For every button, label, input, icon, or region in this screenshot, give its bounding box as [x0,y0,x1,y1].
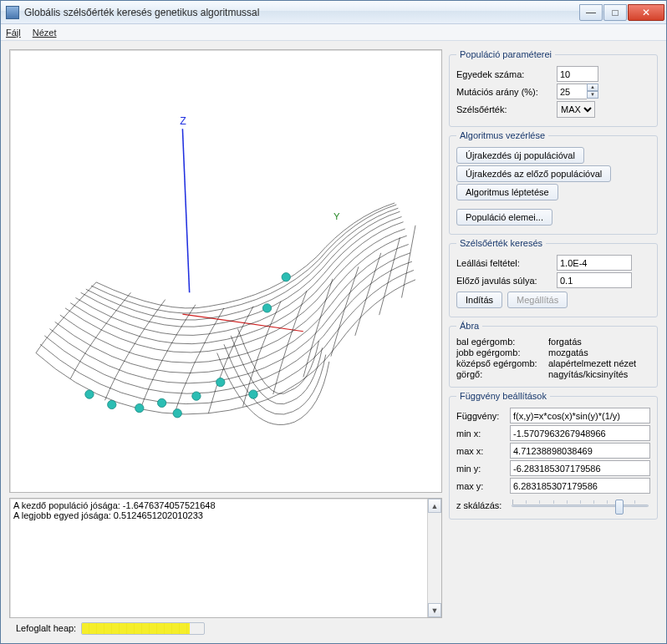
figure-legend: Ábra [456,321,482,331]
slider-thumb[interactable] [615,499,624,515]
hint-wheel-label: görgő: [456,369,548,379]
svg-line-0 [182,129,189,292]
count-input[interactable] [557,66,598,82]
maxx-label: max x: [456,446,505,456]
extreme-select[interactable]: MAX [557,101,595,118]
svg-point-9 [192,392,201,400]
count-label: Egyedek száma: [456,69,552,79]
maxy-input[interactable] [510,478,650,494]
svg-point-7 [157,398,165,407]
stop-input[interactable] [557,255,632,271]
spin-up-icon[interactable]: ▲ [587,84,598,91]
elements-button[interactable]: Populáció elemei... [456,209,552,226]
mutation-spinner[interactable]: ▲ ▼ [557,84,598,99]
hint-middle-value: alapértelmezett nézet [548,358,636,368]
miny-label: min y: [456,464,505,474]
svg-line-3 [182,314,303,332]
maxy-label: max y: [456,481,505,491]
menubar: Fájl Nézet [1,24,666,41]
menu-view[interactable]: Nézet [33,28,57,38]
stop-label: Leállási feltétel: [456,258,552,268]
hint-right-label: jobb egérgomb: [456,347,548,357]
surface-svg: Z Y [10,50,441,492]
spin-down-icon[interactable]: ▼ [587,91,598,99]
app-window: Globális szélsőérték keresés genetikus a… [0,0,667,644]
log-line-1: A kezdő populáció jósága: -1.64763740575… [13,500,438,510]
left-column: Z Y [9,49,442,618]
minimize-button[interactable]: — [579,4,603,21]
zscale-slider[interactable] [510,505,650,507]
svg-point-8 [173,409,181,418]
prev-weight-input[interactable] [557,272,632,288]
step-button[interactable]: Algoritmus léptetése [456,184,558,200]
svg-point-12 [262,304,271,312]
hint-right-value: mozgatás [548,347,588,357]
minx-input[interactable] [510,425,650,441]
stop-button[interactable]: Megállítás [507,292,568,308]
svg-point-10 [216,378,225,386]
app-icon [6,6,19,19]
search-group: Szélsőérték keresés Leállási feltétel: E… [449,238,658,317]
function-legend: Függvény beállítások [456,391,550,401]
svg-point-11 [249,390,257,398]
statusbar: Lefoglalt heap: [9,618,658,638]
maxx-input[interactable] [510,443,650,459]
restart-prev-button[interactable]: Újrakezdés az előző populációval [456,165,611,182]
control-group: Algoritmus vezérlése Újrakezdés új popul… [449,130,658,235]
miny-input[interactable] [510,460,650,476]
population-legend: Populáció paraméterei [456,49,555,59]
start-button[interactable]: Indítás [456,292,502,308]
fn-input[interactable] [510,408,650,423]
hint-left-value: forgatás [548,337,582,347]
fn-label: Függvény: [456,411,505,421]
scroll-up-icon[interactable]: ▲ [428,499,441,513]
mutation-input[interactable] [557,84,587,99]
hint-left-label: bal egérgomb: [456,337,548,347]
svg-point-6 [135,403,144,412]
svg-point-13 [282,273,290,281]
menu-file[interactable]: Fájl [6,28,21,38]
extreme-label: Szélsőérték: [456,104,552,114]
hint-wheel-value: nagyítás/kicsinyítés [548,369,628,379]
window-controls: — □ ✕ [578,4,664,21]
window-title: Globális szélsőérték keresés genetikus a… [24,7,578,18]
scroll-down-icon[interactable]: ▼ [428,603,441,617]
search-legend: Szélsőérték keresés [456,238,546,248]
heap-label: Lefoglalt heap: [16,623,76,633]
client-area: Z Y [1,41,666,643]
population-group: Populáció paraméterei Egyedek száma: Mut… [449,49,658,127]
restart-new-button[interactable]: Újrakezdés új populációval [456,147,584,164]
log-panel: A kezdő populáció jósága: -1.64763740575… [9,498,442,618]
minx-label: min x: [456,428,505,439]
function-group: Függvény beállítások Függvény: min x: ma… [449,391,658,520]
svg-text:Y: Y [334,211,340,221]
heap-progress [81,622,205,635]
close-button[interactable]: ✕ [628,4,664,21]
main-row: Z Y [9,49,658,618]
mutation-label: Mutációs arány (%): [456,87,552,97]
figure-group: Ábra bal egérgomb:forgatás jobb egérgomb… [449,321,658,388]
right-column: Populáció paraméterei Egyedek száma: Mut… [449,49,658,618]
log-line-2: A legjobb egyed jósága: 0.51246512020102… [13,510,438,520]
prev-weight-label: Előző javulás súlya: [456,276,552,286]
zscale-label: z skálázás: [456,500,505,510]
log-scrollbar[interactable]: ▲ ▼ [427,499,441,617]
control-legend: Algoritmus vezérlése [456,130,548,140]
heap-progress-fill [82,623,189,634]
svg-point-5 [108,400,116,408]
surface-plot[interactable]: Z Y [9,49,442,493]
maximize-button[interactable]: □ [603,4,627,21]
titlebar: Globális szélsőérték keresés genetikus a… [1,1,666,24]
svg-text:Z: Z [180,115,186,127]
svg-point-4 [85,390,94,398]
hint-middle-label: középső egérgomb: [456,358,548,368]
